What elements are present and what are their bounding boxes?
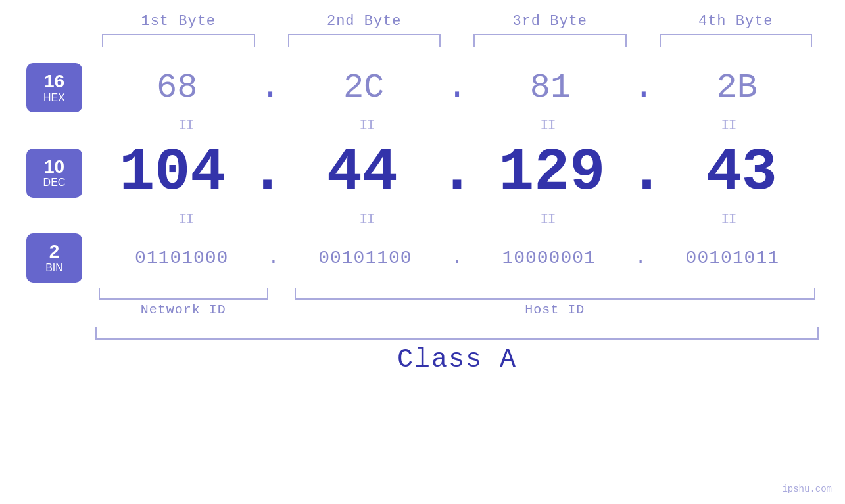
top-bracket-2: [281, 34, 448, 47]
bin-dot-2: .: [452, 248, 463, 268]
hex-badge: 16 HEX: [26, 63, 82, 112]
hex-byte-4: 2B: [655, 68, 819, 107]
dec-row: 10 DEC 104 . 44 . 129 . 43: [26, 139, 819, 206]
hex-byte-3: 81: [469, 68, 633, 107]
dbl-bar-2-2: II: [276, 212, 457, 228]
dbl-bars-1: II II II II: [95, 118, 819, 134]
top-bracket-3: [467, 34, 633, 47]
byte-headers-row: 1st Byte 2nd Byte 3rd Byte 4th Byte: [95, 13, 819, 30]
network-bracket: [95, 288, 272, 300]
host-bracket: [291, 288, 819, 300]
id-labels: Network ID Host ID: [95, 302, 819, 317]
bin-dot-1: .: [268, 248, 279, 268]
dbl-bar-2-1: II: [95, 212, 276, 228]
dbl-bar-1-3: II: [457, 118, 638, 134]
top-bracket-4: [653, 34, 819, 47]
bin-byte-3: 10000001: [462, 248, 635, 268]
dbl-bar-row-1: II II II II: [26, 118, 819, 134]
dbl-bar-row-2: II II II II: [26, 212, 819, 228]
hex-byte-1: 68: [95, 68, 259, 107]
host-id-label: Host ID: [291, 302, 819, 317]
bin-dot-3: .: [635, 248, 646, 268]
byte-header-3: 3rd Byte: [467, 13, 633, 30]
network-id-label: Network ID: [95, 302, 272, 317]
main-container: 1st Byte 2nd Byte 3rd Byte 4th Byte: [0, 0, 845, 504]
hex-values: 68 . 2C . 81 . 2B: [95, 68, 819, 107]
bin-badge: 2 BIN: [26, 233, 82, 283]
watermark: ipshu.com: [782, 484, 832, 494]
top-brackets: [95, 34, 819, 47]
full-bracket-row: [26, 327, 819, 340]
hex-dot-3: .: [633, 71, 654, 105]
hex-row: 16 HEX 68 . 2C . 81 . 2B: [26, 63, 819, 112]
full-bracket: [95, 327, 819, 340]
dbl-bar-2-4: II: [638, 212, 819, 228]
bin-byte-4: 00101011: [646, 248, 819, 268]
dec-byte-4: 43: [665, 139, 819, 206]
bottom-brackets: [95, 288, 819, 300]
top-bracket-1: [95, 34, 262, 47]
dbl-bars-2: II II II II: [95, 212, 819, 228]
dec-byte-3: 129: [475, 139, 629, 206]
dec-byte-1: 104: [95, 139, 249, 206]
class-row: Class A: [26, 345, 819, 375]
dec-badge-wrapper: 10 DEC: [26, 149, 95, 198]
dec-dot-3: .: [629, 139, 664, 206]
dbl-bar-2-3: II: [457, 212, 638, 228]
dec-byte-2: 44: [285, 139, 439, 206]
byte-header-4: 4th Byte: [653, 13, 819, 30]
bottom-brackets-row: [26, 288, 819, 300]
dec-dot-2: .: [439, 139, 475, 206]
hex-byte-2: 2C: [282, 68, 446, 107]
byte-header-1: 1st Byte: [95, 13, 262, 30]
id-labels-row: Network ID Host ID: [26, 302, 819, 317]
dbl-bar-1-4: II: [638, 118, 819, 134]
bin-byte-1: 01101000: [95, 248, 268, 268]
byte-header-2: 2nd Byte: [281, 13, 448, 30]
hex-badge-wrapper: 16 HEX: [26, 63, 95, 112]
top-brackets-row: [26, 34, 819, 47]
hex-dot-2: .: [447, 71, 467, 105]
hex-dot-1: .: [260, 71, 281, 105]
dec-dot-1: .: [249, 139, 285, 206]
bin-values: 01101000 . 00101100 . 10000001 . 0010101…: [95, 248, 819, 268]
bin-row: 2 BIN 01101000 . 00101100 . 10000001 . 0…: [26, 233, 819, 283]
dec-badge: 10 DEC: [26, 149, 82, 198]
dec-values: 104 . 44 . 129 . 43: [95, 139, 819, 206]
dbl-bar-1-1: II: [95, 118, 276, 134]
dbl-bar-1-2: II: [276, 118, 457, 134]
bin-byte-2: 00101100: [279, 248, 451, 268]
bin-badge-wrapper: 2 BIN: [26, 233, 95, 283]
class-label-wrapper: Class A: [95, 345, 819, 375]
